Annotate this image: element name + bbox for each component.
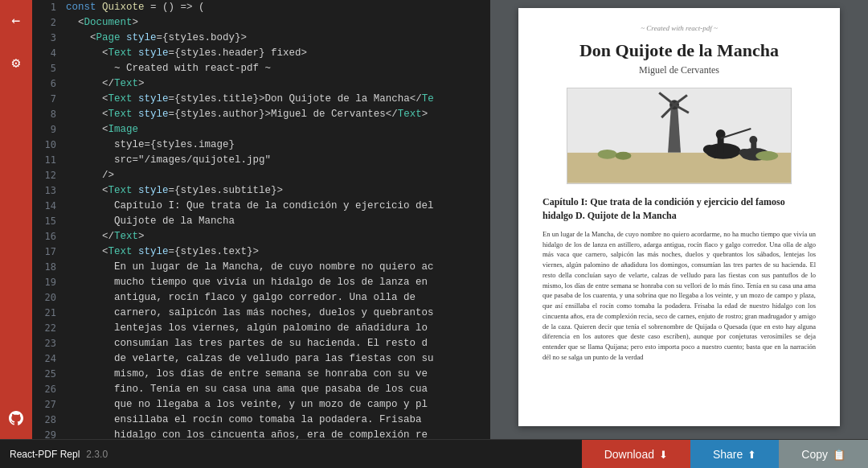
line-content: fino. Tenía en su casa una ama que pasab…: [66, 382, 428, 397]
main-area: ← ⚙ 1const Quixote = () => (2 <Document>…: [0, 0, 868, 439]
pdf-author: Miguel de Cervantes: [542, 64, 816, 76]
line-content: hidalgo con los cincuenta años, era de c…: [66, 428, 428, 439]
line-number: 12: [32, 168, 66, 183]
line-number: 8: [32, 107, 66, 122]
code-line: 24 de velarte, calzas de velludo para la…: [32, 351, 490, 367]
line-content: </Text>: [66, 229, 145, 244]
code-line: 12 />: [32, 168, 490, 183]
code-line: 6 </Text>: [32, 76, 490, 92]
pdf-page: ~ Created with react-pdf ~ Don Quijote d…: [518, 8, 840, 426]
line-number: 14: [32, 199, 66, 214]
copy-icon: 📋: [833, 449, 845, 461]
download-label: Download: [604, 448, 654, 461]
line-content: mismo, los días de entre semana se honra…: [66, 367, 428, 382]
line-content: Quijote de la Mancha: [66, 214, 235, 229]
share-icon: ⬆: [747, 449, 756, 461]
svg-point-19: [755, 151, 778, 161]
share-button[interactable]: Share ⬆: [690, 440, 779, 468]
code-line: 27 que no llegaba a los veinte, y un moz…: [32, 397, 490, 413]
footer-bar: React-PDF Repl 2.3.0 Download ⬇ Share ⬆ …: [0, 439, 868, 468]
line-content: mucho tiempo que vivía un hidalgo de los…: [66, 275, 428, 290]
copy-label: Copy: [801, 448, 828, 461]
sidebar: ← ⚙: [0, 0, 32, 439]
line-number: 1: [32, 0, 66, 15]
footer-actions: Download ⬇ Share ⬆ Copy 📋: [582, 440, 868, 468]
line-content: <Image: [66, 122, 138, 138]
copy-button[interactable]: Copy 📋: [779, 440, 868, 468]
share-label: Share: [713, 448, 743, 461]
line-content: <Text style={styles.title}>Don Quijote d…: [66, 92, 434, 107]
line-number: 25: [32, 367, 66, 382]
line-content: ~ Created with react-pdf ~: [66, 61, 271, 76]
svg-rect-10: [718, 137, 724, 153]
gear-icon[interactable]: ⚙: [5, 51, 27, 73]
code-line: 21 carnero, salpicón las más noches, due…: [32, 306, 490, 321]
line-content: />: [66, 168, 114, 183]
line-number: 11: [32, 153, 66, 168]
code-line: 8 <Text style={styles.author}>Miguel de …: [32, 107, 490, 122]
github-icon[interactable]: [5, 407, 27, 429]
code-line: 10 style={styles.image}: [32, 138, 490, 153]
code-line: 9 <Image: [32, 122, 490, 138]
line-content: </Text>: [66, 76, 145, 92]
code-line: 23 consumían las tres partes de su hacie…: [32, 336, 490, 351]
code-line: 29 hidalgo con los cincuenta años, era d…: [32, 428, 490, 439]
line-content: carnero, salpicón las más noches, duelos…: [66, 306, 434, 321]
download-icon: ⬇: [659, 449, 668, 461]
code-line: 28 ensillaba el rocín como tomaba la pod…: [32, 413, 490, 428]
line-content: <Page style={styles.body}>: [66, 31, 247, 46]
line-content: En un lugar de la Mancha, de cuyo nombre…: [66, 260, 434, 275]
line-number: 18: [32, 260, 66, 275]
line-number: 19: [32, 275, 66, 290]
pdf-created-label: ~ Created with react-pdf ~: [542, 24, 816, 32]
line-number: 13: [32, 183, 66, 199]
line-content: src="/images/quijotel.jpg": [66, 153, 271, 168]
code-line: 25 mismo, los días de entre semana se ho…: [32, 367, 490, 382]
code-line: 16 </Text>: [32, 229, 490, 244]
version-label: 2.3.0: [86, 449, 108, 460]
code-line: 22 lentejas los viernes, algún palomino …: [32, 321, 490, 336]
line-number: 4: [32, 46, 66, 61]
code-line: 2 <Document>: [32, 15, 490, 31]
line-number: 7: [32, 92, 66, 107]
footer-left: React-PDF Repl 2.3.0: [0, 449, 582, 460]
download-button[interactable]: Download ⬇: [582, 440, 690, 468]
code-line: 19 mucho tiempo que vivía un hidalgo de …: [32, 275, 490, 290]
line-number: 23: [32, 336, 66, 351]
line-number: 27: [32, 397, 66, 413]
line-number: 3: [32, 31, 66, 46]
line-number: 5: [32, 61, 66, 76]
pdf-preview[interactable]: ~ Created with react-pdf ~ Don Quijote d…: [490, 0, 868, 439]
line-content: que no llegaba a los veinte, y un mozo d…: [66, 397, 428, 413]
line-number: 29: [32, 428, 66, 439]
line-number: 26: [32, 382, 66, 397]
code-line: 4 <Text style={styles.header} fixed>: [32, 46, 490, 61]
code-line: 18 En un lugar de la Mancha, de cuyo nom…: [32, 260, 490, 275]
line-content: ensillaba el rocín como tomaba la podade…: [66, 413, 422, 428]
code-editor[interactable]: 1const Quixote = () => (2 <Document>3 <P…: [32, 0, 490, 439]
line-content: antigua, rocín flaco y galgo corredor. U…: [66, 290, 416, 306]
back-arrow-icon[interactable]: ←: [5, 8, 27, 31]
pdf-illustration-box: [567, 88, 792, 184]
pdf-illustration: [542, 88, 816, 184]
line-content: const Quixote = () => (: [66, 0, 205, 15]
code-line: 14 Capítulo I: Que trata de la condición…: [32, 199, 490, 214]
line-content: <Document>: [66, 15, 138, 31]
line-content: <Text style={styles.author}>Miguel de Ce…: [66, 107, 428, 122]
svg-point-17: [598, 150, 617, 159]
code-line: 17 <Text style={styles.text}>: [32, 244, 490, 260]
line-number: 10: [32, 138, 66, 153]
line-number: 6: [32, 76, 66, 92]
code-lines: 1const Quixote = () => (2 <Document>3 <P…: [32, 0, 490, 439]
line-number: 22: [32, 321, 66, 336]
pdf-chapter-title: Capítulo I: Que trata de la condición y …: [542, 195, 816, 223]
line-number: 16: [32, 229, 66, 244]
line-content: <Text style={styles.header} fixed>: [66, 46, 307, 61]
app-name-label: React-PDF Repl: [10, 449, 80, 460]
svg-point-16: [749, 136, 757, 144]
line-content: <Text style={styles.subtitle}>: [66, 183, 283, 199]
line-number: 2: [32, 15, 66, 31]
code-line: 3 <Page style={styles.body}>: [32, 31, 490, 46]
code-line: 7 <Text style={styles.title}>Don Quijote…: [32, 92, 490, 107]
pdf-body-text: En un lugar de la Mancha, de cuyo nombre…: [542, 229, 816, 363]
